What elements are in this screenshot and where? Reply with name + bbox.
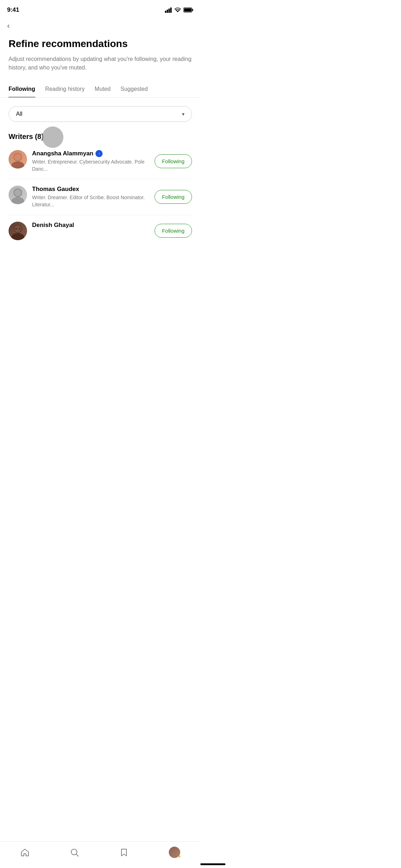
status-time: 9:41: [7, 6, 19, 14]
svg-rect-5: [184, 9, 192, 12]
avatar: [9, 150, 27, 169]
writer-name: Denish Ghayal: [32, 222, 74, 229]
boost-badge: [95, 150, 103, 157]
writer-bio: Writer. Entrepreneur. Cybersecurity Advo…: [32, 159, 150, 172]
signal-icon: [165, 7, 172, 13]
writer-name-row: Thomas Gaudex: [32, 186, 150, 193]
writer-item: Anangsha Alammyan Writer. Entrepreneur. …: [9, 144, 192, 179]
avatar: [9, 222, 27, 240]
svg-rect-6: [192, 9, 193, 11]
writer-name-row: Anangsha Alammyan: [32, 150, 150, 157]
writer-item: Denish Ghayal Following: [9, 215, 192, 247]
svg-point-11: [11, 197, 24, 204]
filter-section: All ▾: [0, 98, 200, 125]
writer-info: Thomas Gaudex Writer. Dreamer. Editor of…: [32, 186, 150, 208]
status-icons: [165, 7, 193, 13]
page-title: Refine recommendations: [9, 38, 192, 50]
tooltip-bubble: [42, 126, 63, 148]
tab-following[interactable]: Following: [9, 81, 35, 97]
page-description: Adjust recommendations by updating what …: [9, 55, 192, 73]
writer-info: Anangsha Alammyan Writer. Entrepreneur. …: [32, 150, 150, 172]
writer-bio: Writer. Dreamer. Editor of Scribe. Boost…: [32, 194, 150, 208]
following-button[interactable]: Following: [155, 154, 192, 168]
writer-name-row: Denish Ghayal: [32, 222, 150, 229]
page-header: Refine recommendations Adjust recommenda…: [0, 34, 200, 72]
avatar: [9, 186, 27, 204]
filter-label: All: [16, 111, 22, 117]
writer-item: Thomas Gaudex Writer. Dreamer. Editor of…: [9, 179, 192, 215]
tab-suggested[interactable]: Suggested: [120, 81, 148, 97]
wifi-icon: [174, 7, 181, 13]
battery-icon: [183, 7, 193, 12]
svg-point-8: [11, 161, 24, 169]
writer-name: Thomas Gaudex: [32, 186, 79, 193]
svg-rect-1: [167, 10, 168, 13]
svg-rect-2: [168, 9, 170, 13]
writer-name: Anangsha Alammyan: [32, 150, 93, 157]
status-bar: 9:41: [0, 0, 200, 18]
writers-list: Anangsha Alammyan Writer. Entrepreneur. …: [0, 144, 200, 246]
tab-reading-history[interactable]: Reading history: [45, 81, 85, 97]
tabs-container: Following Reading history Muted Suggeste…: [0, 81, 200, 98]
filter-dropdown[interactable]: All ▾: [9, 106, 192, 122]
svg-point-14: [11, 233, 24, 240]
following-button[interactable]: Following: [155, 224, 192, 238]
svg-rect-3: [170, 7, 172, 13]
svg-point-9: [14, 154, 21, 161]
back-button[interactable]: ‹: [0, 18, 17, 34]
following-button[interactable]: Following: [155, 190, 192, 204]
tab-muted[interactable]: Muted: [95, 81, 110, 97]
svg-point-16: [15, 228, 17, 229]
svg-point-12: [14, 189, 21, 196]
writer-info: Denish Ghayal: [32, 222, 150, 230]
svg-point-17: [19, 228, 20, 229]
svg-rect-0: [165, 11, 166, 13]
chevron-down-icon: ▾: [182, 111, 184, 117]
writers-section-header: Writers (8): [0, 125, 200, 144]
